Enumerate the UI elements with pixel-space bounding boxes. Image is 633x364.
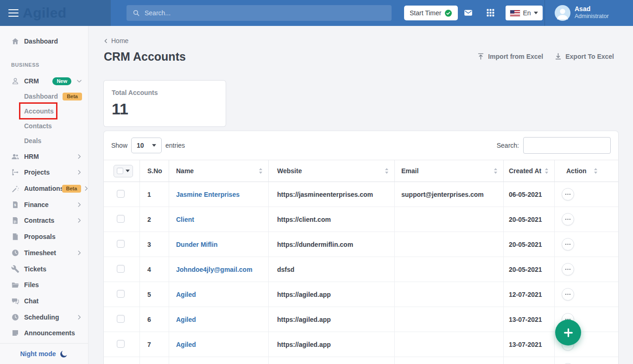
chevron-right-icon [83,185,89,192]
wrench-icon [11,265,19,273]
column-header-name[interactable]: Name [169,160,269,182]
sidebar-item-proposals[interactable]: Proposals [0,229,88,245]
sort-icon[interactable] [259,168,263,174]
breadcrumb[interactable]: Home [103,37,128,44]
table-search-input[interactable] [523,137,611,154]
row-checkbox[interactable] [117,265,125,273]
row-actions-button[interactable] [562,213,574,226]
apps-grid-icon[interactable] [486,8,495,17]
row-actions-button[interactable] [562,288,574,301]
plus-icon [563,327,574,339]
ellipsis-icon [564,216,571,223]
sidebar-item-label: Dashboard [24,38,58,45]
import-from-excel-button[interactable]: Import from Excel [477,52,543,60]
column-header-website[interactable]: Website [269,160,395,182]
total-accounts-card: Total Accounts 11 [104,81,226,126]
sidebar-item-timesheet[interactable]: Timesheet [0,245,88,261]
account-name-link[interactable]: Jasmine Enterprises [176,191,240,198]
topbar: Agiled Start Timer En Asad Administrator [0,0,633,26]
global-search[interactable] [127,5,392,21]
topbar-divider [544,0,545,26]
column-header-email[interactable]: Email [395,160,504,182]
user-menu[interactable]: Asad Administrator [555,5,609,21]
page-size-value: 10 [137,142,144,149]
account-name-link[interactable]: Agiled [176,316,196,323]
sort-icon[interactable] [594,168,598,174]
sidebar-subitem-label: Contacts [24,122,52,130]
email-cell [395,257,504,282]
account-name-link[interactable]: Agiled [176,341,196,348]
page-actions: Import from Excel Export To Excel [477,52,614,60]
sidebar-item-label: Chat [24,297,38,305]
add-account-fab[interactable] [555,320,581,345]
row-checkbox[interactable] [117,315,125,323]
sidebar-item-contracts[interactable]: Contracts [0,213,88,229]
export-to-excel-button[interactable]: Export To Excel [554,52,614,60]
row-checkbox[interactable] [117,240,125,248]
language-selector[interactable]: En [506,6,543,20]
website-cell: https://agiled.app [269,282,395,307]
account-name-link[interactable]: Agiled [176,291,196,298]
account-name-link[interactable]: Johndoe4jly@gmail.com [176,266,253,273]
sidebar-item-projects[interactable]: Projects [0,164,88,181]
sidebar-item-crm[interactable]: CRMNew [0,73,88,89]
sidebar-subitem-deals[interactable]: Deals [0,133,88,148]
wand-icon [11,184,19,193]
sidebar-subitem-label: Accounts [24,107,54,115]
column-header-action[interactable]: Action [555,160,618,182]
sidebar-subitem-label: Deals [24,137,41,144]
sidebar-subitem-accounts[interactable]: Accounts [0,104,88,119]
start-timer-button[interactable]: Start Timer [404,6,458,20]
sort-icon[interactable] [544,168,549,174]
sno-cell: 7 [140,332,169,357]
global-search-input[interactable] [145,9,386,17]
sort-icon[interactable] [494,168,498,174]
app-logo[interactable]: Agiled [23,5,67,21]
row-checkbox[interactable] [117,340,125,348]
row-checkbox[interactable] [117,290,125,298]
sidebar-item-label: HRM [24,153,39,160]
select-all-checkbox[interactable] [117,168,123,174]
sidebar-item-chat[interactable]: Chat [0,293,88,309]
row-actions-button[interactable] [562,188,574,201]
account-name-link[interactable]: Client [176,216,194,223]
user-role: Administrator [575,13,609,20]
column-header-created-at[interactable]: Created At [504,160,555,182]
website-cell: https://agiled.app [269,307,395,332]
user-icon [11,77,19,85]
sno-cell: 2 [140,207,169,232]
sidebar-item-hrm[interactable]: HRM [0,148,88,164]
row-actions-button[interactable] [562,263,574,276]
sno-cell: 5 [140,282,169,307]
sidebar-item-label: Contracts [24,217,54,224]
sidebar-item-scheduling[interactable]: Scheduling [0,309,88,325]
hamburger-menu-icon[interactable] [8,9,19,17]
stat-label: Total Accounts [112,89,218,96]
row-checkbox[interactable] [117,215,125,223]
row-actions-button[interactable] [562,238,574,251]
account-name-link[interactable]: Dunder Miflin [176,241,217,248]
sidebar-item-finance[interactable]: $Finance [0,196,88,213]
email-cell [395,332,504,357]
sidebar-item-label: Scheduling [24,314,59,321]
column-label: Website [277,167,302,175]
sidebar-item-label: Automations [24,185,64,192]
night-mode-toggle[interactable]: Night mode [0,343,88,364]
sidebar-item-announcements[interactable]: Announcements [0,325,88,341]
row-checkbox[interactable] [117,190,125,198]
sort-icon[interactable] [385,168,389,174]
sidebar-item-tickets[interactable]: Tickets [0,261,88,277]
download-icon [554,52,562,60]
sidebar-item-automations[interactable]: AutomationsBeta [0,181,88,197]
sidebar-subitem-contacts[interactable]: Contacts [0,119,88,133]
column-label: Name [176,167,194,175]
sidebar-item-files[interactable]: Files [0,277,88,293]
column-header-s-no[interactable]: S.No [140,160,169,182]
breadcrumb-home-link[interactable]: Home [111,37,128,44]
mail-icon[interactable] [463,8,473,18]
sidebar-subitem-dashboard[interactable]: DashboardBeta [0,89,88,104]
sidebar-item-dashboard[interactable]: Dashboard [0,33,88,50]
contract-icon [11,216,19,225]
page-size-select[interactable]: 10 [131,138,162,153]
select-all-dropdown[interactable] [114,165,133,177]
